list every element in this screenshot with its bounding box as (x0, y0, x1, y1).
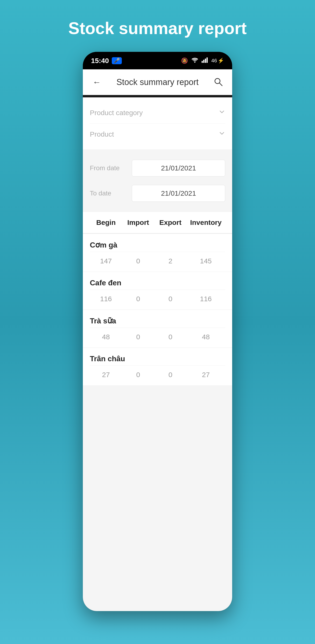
value-begin-0: 147 (90, 257, 122, 265)
search-button[interactable] (211, 75, 225, 89)
charging-icon: ⚡ (218, 58, 224, 64)
value-begin-3: 27 (90, 371, 122, 379)
value-inventory-1: 116 (186, 295, 225, 303)
value-inventory-3: 27 (186, 371, 225, 379)
value-import-2: 0 (122, 333, 154, 341)
status-left: 15:40 🎤 (91, 57, 122, 65)
value-inventory-0: 145 (186, 257, 225, 265)
product-row-1: Cafe đen 116 0 0 116 (83, 272, 232, 310)
content-area: Product category Product F (83, 97, 232, 611)
product-category-label: Product category (90, 109, 143, 117)
product-name-0: Cơm gà (90, 234, 225, 252)
status-right: 🔕 46 ⚡ (181, 57, 224, 64)
svg-rect-1 (202, 61, 203, 63)
app-bar: ← Stock summary report (83, 69, 232, 95)
product-label: Product (90, 130, 114, 138)
value-export-2: 0 (154, 333, 186, 341)
product-row-3: Trân châu 27 0 0 27 (83, 348, 232, 385)
value-import-3: 0 (122, 371, 154, 379)
mic-icon: 🎤 (112, 57, 122, 64)
phone-frame: 15:40 🎤 🔕 (83, 52, 232, 611)
page-title: Stock summary report (68, 19, 247, 38)
product-dropdown[interactable]: Product (90, 124, 225, 145)
battery-icon: 46 ⚡ (211, 58, 224, 64)
value-begin-1: 116 (90, 295, 122, 303)
products-list: Cơm gà 147 0 2 145 Cafe đen 116 0 0 116 … (83, 234, 232, 385)
product-arrow-icon (219, 130, 225, 138)
product-values-1: 116 0 0 116 (90, 290, 225, 310)
product-values-2: 48 0 0 48 (90, 328, 225, 348)
filter-card: Product category Product (83, 97, 232, 150)
signal-icon (202, 57, 208, 64)
status-time: 15:40 (91, 57, 109, 65)
search-icon (214, 77, 223, 87)
value-export-1: 0 (154, 295, 186, 303)
value-import-1: 0 (122, 295, 154, 303)
svg-point-0 (194, 62, 195, 62)
value-export-3: 0 (154, 371, 186, 379)
svg-rect-4 (207, 58, 208, 63)
wifi-icon (191, 57, 198, 64)
svg-line-6 (219, 83, 222, 86)
product-name-1: Cafe đen (90, 272, 225, 290)
header-inventory: Inventory (186, 218, 225, 226)
from-date-label: From date (90, 164, 132, 172)
product-name-2: Trà sữa (90, 310, 225, 328)
product-row-0: Cơm gà 147 0 2 145 (83, 234, 232, 272)
value-import-0: 0 (122, 257, 154, 265)
value-inventory-2: 48 (186, 333, 225, 341)
to-date-input[interactable]: 21/01/2021 (132, 185, 225, 202)
product-category-dropdown[interactable]: Product category (90, 102, 225, 124)
product-values-3: 27 0 0 27 (90, 366, 225, 385)
status-bar: 15:40 🎤 🔕 (83, 52, 232, 69)
header-export: Export (154, 218, 186, 226)
header-begin: Begin (90, 218, 122, 226)
table-header: Begin Import Export Inventory (83, 212, 232, 234)
value-begin-2: 48 (90, 333, 122, 341)
back-arrow-icon: ← (93, 77, 101, 87)
date-filter-card: From date 21/01/2021 To date 21/01/2021 (83, 151, 232, 210)
product-category-arrow-icon (219, 108, 225, 117)
from-date-input[interactable]: 21/01/2021 (132, 160, 225, 176)
back-button[interactable]: ← (90, 75, 104, 89)
app-bar-title: Stock summary report (104, 77, 211, 87)
from-date-row: From date 21/01/2021 (90, 156, 225, 181)
svg-rect-2 (203, 60, 204, 63)
mute-icon: 🔕 (181, 58, 188, 64)
header-import: Import (122, 218, 154, 226)
to-date-label: To date (90, 190, 132, 197)
to-date-row: To date 21/01/2021 (90, 181, 225, 206)
product-name-3: Trân châu (90, 348, 225, 366)
svg-rect-3 (205, 58, 206, 63)
value-export-0: 2 (154, 257, 186, 265)
product-values-0: 147 0 2 145 (90, 252, 225, 272)
product-row-2: Trà sữa 48 0 0 48 (83, 310, 232, 348)
